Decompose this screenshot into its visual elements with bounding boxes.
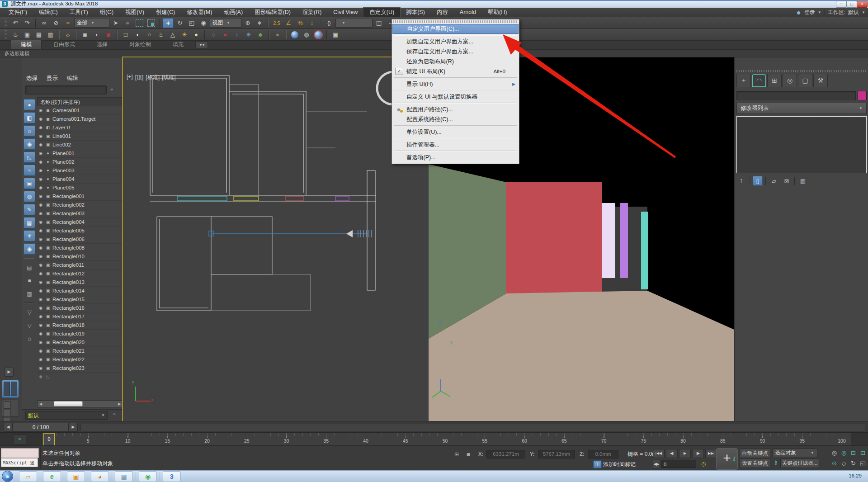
- visibility-eye-icon[interactable]: ◉: [38, 288, 43, 293]
- scrollbar-thumb[interactable]: [54, 401, 83, 406]
- filter-bones-icon[interactable]: ✎: [24, 204, 35, 215]
- viewport-label-seg-0[interactable]: [+]: [127, 74, 133, 81]
- toolbar-grip[interactable]: [5, 19, 7, 28]
- mini-curve-editor-icon[interactable]: ≈: [14, 435, 26, 444]
- menu-item-视图(V)[interactable]: 视图(V): [119, 8, 150, 17]
- zoom-extents-icon[interactable]: ⊡: [849, 448, 858, 458]
- menu-tearoff-strip[interactable]: [393, 20, 518, 23]
- visibility-eye-icon[interactable]: ◉: [38, 211, 43, 216]
- light-dome-icon[interactable]: ◖: [132, 30, 143, 40]
- file-explorer-icon[interactable]: ▱: [19, 471, 37, 482]
- more-chevron-icon[interactable]: »: [110, 86, 113, 92]
- next-frame-button[interactable]: |▶: [692, 449, 704, 458]
- viewport-label-seg-1[interactable]: [顶]: [135, 74, 144, 81]
- viewport-label-seg-2[interactable]: [标准]: [146, 74, 160, 81]
- visibility-eye-icon[interactable]: ◉: [38, 168, 43, 173]
- filter-spacewarps-icon[interactable]: ≈: [24, 165, 35, 176]
- visibility-eye-icon[interactable]: ◉: [38, 280, 43, 284]
- menu-item-文件(F)[interactable]: 文件(F): [3, 8, 33, 17]
- rendered-image-icon[interactable]: ▣: [22, 30, 33, 40]
- percent-snap-icon[interactable]: %: [295, 18, 306, 28]
- panel-grip[interactable]: [736, 70, 867, 72]
- light-square-icon[interactable]: □: [120, 30, 131, 40]
- menu-item-保存自定义用户界面方案...[interactable]: 保存自定义用户界面方案...: [392, 47, 519, 57]
- maximize-viewport-icon[interactable]: ◱: [859, 458, 867, 468]
- visibility-eye-icon[interactable]: ◉: [38, 117, 43, 121]
- visibility-eye-icon[interactable]: ◉: [38, 237, 43, 241]
- menu-item-编辑(E)[interactable]: 编辑(E): [33, 8, 64, 17]
- firefox-icon[interactable]: ◕: [91, 471, 109, 482]
- menu-item-组(G)[interactable]: 组(G): [94, 8, 120, 17]
- ui-window-icon[interactable]: ▣: [330, 30, 341, 40]
- visibility-eye-icon[interactable]: ◉: [38, 331, 43, 336]
- use-pivot-center-icon[interactable]: ⊕: [242, 18, 253, 28]
- named-selection-dropdown[interactable]: ▼: [335, 18, 373, 28]
- key-filters-button[interactable]: 关键点过滤器...: [780, 458, 819, 468]
- time-slider-thumb[interactable]: 0: [43, 433, 55, 446]
- auto-key-button[interactable]: 自动关键点: [740, 449, 770, 458]
- visibility-eye-icon[interactable]: ◉: [38, 271, 43, 276]
- undo-icon[interactable]: ↶: [10, 18, 21, 28]
- horizontal-scrollbar[interactable]: ◀ ▶: [37, 400, 123, 407]
- render-teapot-icon[interactable]: ♨: [10, 30, 21, 40]
- select-and-scale-icon[interactable]: ◰: [186, 18, 197, 28]
- edit-named-selections-icon[interactable]: {}: [324, 18, 335, 28]
- ref-coord-dropdown[interactable]: 视图▼: [210, 18, 241, 28]
- set-key-icon[interactable]: ⚷: [771, 458, 780, 467]
- visibility-eye-icon[interactable]: ◉: [38, 220, 43, 224]
- visibility-eye-icon[interactable]: ◉: [38, 340, 43, 345]
- explorer-menu-显示[interactable]: 显示: [47, 75, 58, 82]
- start-button[interactable]: ⊞: [2, 471, 13, 482]
- redo-icon[interactable]: ↷: [22, 18, 33, 28]
- polygon-modeling-panel[interactable]: 多边形建模: [5, 50, 29, 57]
- window-crossing-icon[interactable]: [146, 18, 156, 28]
- image-viewer-icon[interactable]: ▣: [67, 471, 85, 482]
- filter-lights-icon[interactable]: ☼: [24, 125, 35, 137]
- filter-funnel-icon[interactable]: ▽: [24, 320, 35, 331]
- visibility-eye-icon[interactable]: ◉: [38, 134, 43, 138]
- visibility-eye-icon[interactable]: ◉: [38, 125, 43, 130]
- ribbon-minimize-dropdown[interactable]: ▼▾: [195, 41, 208, 48]
- list-item-Rectangle013[interactable]: ◉▣Rectangle013: [37, 278, 122, 287]
- pin-stack-icon[interactable]: ⊺: [736, 176, 746, 186]
- shadow-toggle-icon[interactable]: ◗: [91, 30, 102, 40]
- select-and-rotate-icon[interactable]: ↻: [175, 18, 185, 28]
- view-list-icon[interactable]: ▤: [24, 262, 35, 273]
- ribbon-tab-选择[interactable]: 选择: [87, 40, 118, 49]
- browser-icon[interactable]: e: [43, 471, 61, 482]
- create-tab[interactable]: +: [736, 74, 751, 87]
- list-item-Rectangle018[interactable]: ◉▣Rectangle018: [37, 321, 122, 330]
- key-mode-dropdown[interactable]: 选定对象 ▼: [772, 449, 817, 457]
- y-coordinate-field[interactable]: 5767.13mm: [538, 450, 575, 458]
- ribbon-tab-建模[interactable]: 建模: [11, 40, 42, 49]
- red-ball-icon[interactable]: ●: [220, 30, 231, 40]
- add-key-button[interactable]: +⚷: [716, 448, 738, 470]
- maxscript-mini-listener-pink[interactable]: [1, 448, 39, 458]
- z-coordinate-field[interactable]: 0.0mm: [588, 450, 618, 458]
- snap-toggle-icon[interactable]: 2.5: [271, 18, 282, 28]
- zoom-icon[interactable]: ◎: [830, 448, 839, 458]
- bind-to-space-warp-icon[interactable]: ≈: [62, 18, 73, 28]
- more-chevron-icon[interactable]: »: [113, 411, 115, 416]
- list-item-Camera001[interactable]: ◉◼Camera001: [37, 106, 122, 115]
- viewport-layout-two-panes-button[interactable]: [2, 380, 19, 398]
- list-item-Rectangle017[interactable]: ◉▣Rectangle017: [37, 312, 122, 321]
- time-slider-ruler[interactable]: 0 51015202530354045505560657075808590951…: [42, 433, 851, 446]
- filter-gear-icon[interactable]: ▽: [24, 307, 35, 318]
- motion-tab[interactable]: ◎: [783, 74, 797, 87]
- chevron-down-icon[interactable]: ▼: [818, 10, 821, 14]
- frame-step-arrows[interactable]: ◀▶: [653, 460, 660, 469]
- play-button[interactable]: ▶: [679, 449, 691, 458]
- modifier-stack-box[interactable]: [736, 116, 867, 173]
- filter-visible-eye-icon[interactable]: ◉: [24, 243, 35, 255]
- select-and-manipulate-icon[interactable]: ∗: [254, 18, 265, 28]
- hierarchy-tab[interactable]: ⊞: [767, 74, 782, 87]
- sun-icon[interactable]: ☀: [179, 30, 190, 40]
- x-coordinate-field[interactable]: 6331.271m: [486, 450, 525, 458]
- menu-item-Civil View[interactable]: Civil View: [327, 8, 363, 17]
- visibility-eye-icon[interactable]: ◉: [38, 323, 43, 327]
- filter-helpers-icon[interactable]: ◺: [24, 151, 35, 163]
- camera-projector-icon[interactable]: ◙: [80, 30, 90, 40]
- select-and-place-icon[interactable]: ◉: [198, 18, 209, 28]
- menu-item-脚本(S)[interactable]: 脚本(S): [400, 8, 431, 17]
